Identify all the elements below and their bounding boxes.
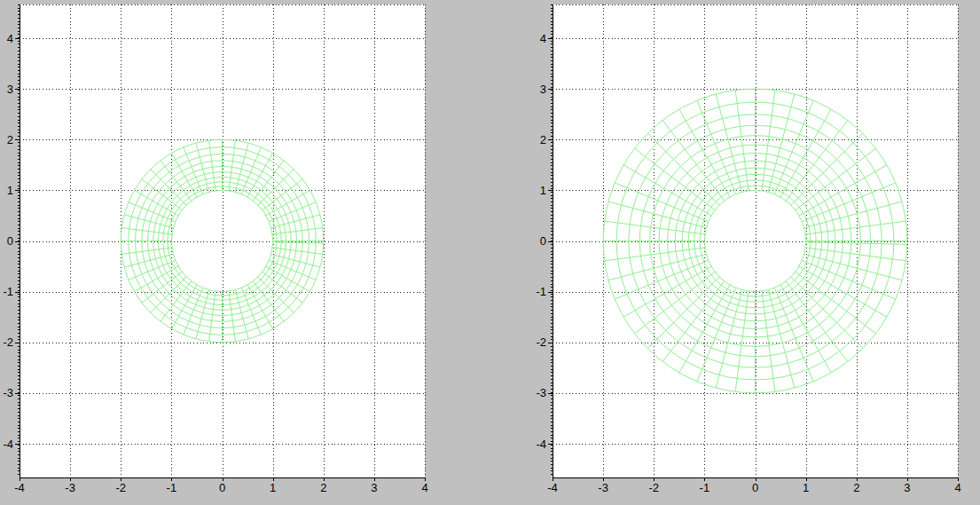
x-tick-label: -1 (700, 481, 710, 494)
y-tick-label: -4 (536, 438, 546, 451)
y-tick-label: 3 (540, 83, 546, 96)
y-tick-label: 0 (540, 234, 546, 248)
y-tick-label: 4 (540, 32, 546, 45)
x-tick-label: 0 (752, 481, 758, 494)
x-tick-label: -2 (648, 481, 659, 494)
x-tick-label: 4 (954, 481, 960, 494)
y-tick-label: -3 (536, 386, 546, 399)
right-annulus-plot: -4-3-2-101234-4-3-2-101234 (0, 0, 980, 505)
figure-canvas: -4-3-2-101234-4-3-2-101234 -4-3-2-101234… (0, 0, 980, 505)
x-tick-label: 1 (803, 481, 809, 494)
x-tick-label: -3 (598, 481, 608, 494)
y-tick-label: -1 (536, 285, 546, 298)
x-tick-label: 2 (853, 481, 859, 494)
x-tick-label: -4 (547, 481, 558, 494)
y-tick-label: -2 (536, 335, 546, 349)
y-tick-label: 2 (540, 133, 546, 146)
y-tick-label: 1 (540, 184, 546, 197)
x-tick-label: 3 (904, 481, 910, 494)
